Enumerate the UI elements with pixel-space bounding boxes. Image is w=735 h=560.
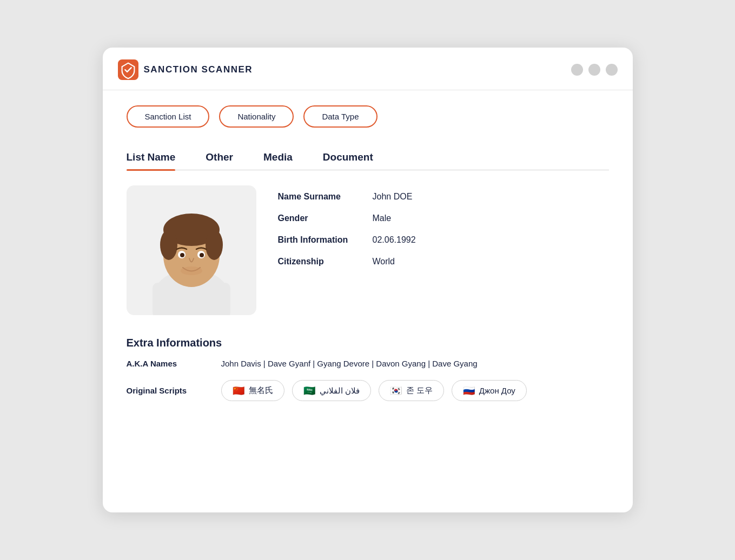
aka-value: John Davis | Dave Gyanf | Gyang Devore |… <box>221 359 478 368</box>
script-chip-korean: 🇰🇷 존 도우 <box>379 380 444 401</box>
name-value: John DOE <box>373 192 413 202</box>
birth-value: 02.06.1992 <box>373 235 416 245</box>
content-area: Sanction List Nationality Data Type List… <box>103 90 633 432</box>
filter-row: Sanction List Nationality Data Type <box>127 105 609 128</box>
script-chip-arabic: 🇸🇦 فلان الفلاني <box>292 380 371 401</box>
russian-flag-icon: 🇷🇺 <box>463 386 475 396</box>
citizenship-label: Citizenship <box>278 257 373 266</box>
filter-data-type[interactable]: Data Type <box>303 105 377 128</box>
profile-info: Name Surname John DOE Gender Male Birth … <box>278 185 609 278</box>
filter-nationality[interactable]: Nationality <box>219 105 294 128</box>
aka-label: A.K.A Names <box>127 359 221 368</box>
russian-script-text: Джон Доу <box>479 386 515 395</box>
main-window: SANCTION SCANNER Sanction List Nationali… <box>103 48 633 512</box>
svg-point-7 <box>160 230 177 260</box>
tab-other[interactable]: Other <box>206 145 233 170</box>
logo: SANCTION SCANNER <box>118 59 571 80</box>
profile-section: Name Surname John DOE Gender Male Birth … <box>127 185 609 315</box>
name-label: Name Surname <box>278 192 373 202</box>
name-row: Name Surname John DOE <box>278 192 609 202</box>
korean-flag-icon: 🇰🇷 <box>390 386 402 396</box>
korean-script-text: 존 도우 <box>406 385 433 396</box>
gender-value: Male <box>373 214 392 223</box>
svg-point-12 <box>200 253 204 257</box>
tab-document[interactable]: Document <box>323 145 373 170</box>
logo-icon <box>118 59 138 80</box>
birth-label: Birth Information <box>278 235 373 245</box>
maximize-button[interactable] <box>588 64 600 76</box>
titlebar: SANCTION SCANNER <box>103 48 633 90</box>
close-button[interactable] <box>606 64 618 76</box>
scripts-row-container: Original Scripts 🇨🇳 無名氏 🇸🇦 فلان الفلاني … <box>127 380 609 401</box>
extra-section: Extra Informations A.K.A Names John Davi… <box>127 337 609 401</box>
window-controls <box>571 64 618 76</box>
birth-row: Birth Information 02.06.1992 <box>278 235 609 245</box>
tab-media[interactable]: Media <box>263 145 293 170</box>
extra-title: Extra Informations <box>127 337 609 349</box>
script-chip-russian: 🇷🇺 Джон Доу <box>452 380 527 401</box>
citizenship-row: Citizenship World <box>278 257 609 266</box>
scripts-chips: 🇨🇳 無名氏 🇸🇦 فلان الفلاني 🇰🇷 존 도우 🇷🇺 Джон Д… <box>221 380 527 401</box>
chinese-script-text: 無名氏 <box>249 385 273 396</box>
tab-list-name[interactable]: List Name <box>127 145 176 170</box>
profile-photo <box>127 185 256 315</box>
scripts-label: Original Scripts <box>127 386 221 395</box>
arabic-script-text: فلان الفلاني <box>320 386 360 396</box>
filter-sanction-list[interactable]: Sanction List <box>127 105 210 128</box>
svg-point-11 <box>180 253 184 257</box>
aka-row: A.K.A Names John Davis | Dave Gyanf | Gy… <box>127 359 609 368</box>
gender-row: Gender Male <box>278 214 609 223</box>
script-chip-chinese: 🇨🇳 無名氏 <box>221 380 284 401</box>
person-svg <box>137 185 246 315</box>
arabic-flag-icon: 🇸🇦 <box>303 386 315 396</box>
citizenship-value: World <box>373 257 395 266</box>
chinese-flag-icon: 🇨🇳 <box>233 386 244 396</box>
svg-point-13 <box>181 266 202 275</box>
svg-rect-3 <box>153 283 230 315</box>
tabs-row: List Name Other Media Document <box>127 145 609 170</box>
gender-label: Gender <box>278 214 373 223</box>
minimize-button[interactable] <box>571 64 583 76</box>
svg-point-8 <box>206 230 223 260</box>
logo-text: SANCTION SCANNER <box>144 64 253 75</box>
